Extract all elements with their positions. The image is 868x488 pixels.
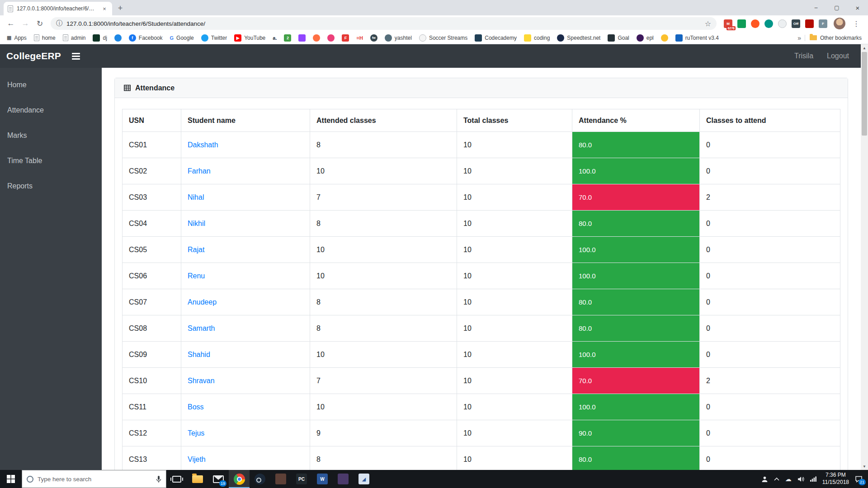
purple-app-taskbar-button[interactable] <box>333 470 354 488</box>
onedrive-cloud-icon[interactable]: ☁ <box>785 475 792 483</box>
fw-bookmark[interactable]: fw <box>367 33 381 43</box>
soccer-streams-bookmark[interactable]: Soccer Streams <box>416 33 471 43</box>
browser-tab[interactable]: 127.0.0.1:8000/info/teacher/6/St... × <box>4 2 112 15</box>
pink-bookmark[interactable] <box>324 33 338 43</box>
orange-bookmark[interactable] <box>310 33 323 43</box>
student-link[interactable]: Vijeth <box>188 455 206 463</box>
teal-extension-icon[interactable] <box>764 19 773 28</box>
h-bookmark[interactable]: =H <box>353 33 366 43</box>
hidden-icons-chevron-icon[interactable] <box>774 477 779 481</box>
red-f-bookmark[interactable]: F <box>339 33 352 43</box>
twitch-bookmark[interactable] <box>295 33 309 43</box>
taskbar-clock[interactable]: 7:36 PM 11/15/2018 <box>822 472 849 486</box>
reload-button[interactable]: ↻ <box>33 17 46 30</box>
address-bar[interactable]: ⓘ 127.0.0.1:8000/info/teacher/6/Students… <box>51 17 717 30</box>
rutorrent-bookmark[interactable]: ruTorrent v3.4 <box>672 33 722 43</box>
network-icon[interactable] <box>810 476 816 482</box>
goal-bookmark[interactable]: Goal <box>604 33 632 43</box>
green-2-bookmark[interactable]: 2 <box>281 33 294 43</box>
green-extension-icon[interactable] <box>737 19 746 28</box>
classes-to-attend-cell: 2 <box>700 184 840 211</box>
tab-close-icon[interactable]: × <box>101 5 108 12</box>
codecademy-bookmark[interactable]: Codecademy <box>472 33 520 43</box>
orange-extension-icon[interactable] <box>751 19 760 28</box>
url-text[interactable]: 127.0.0.1:8000/info/teacher/6/Students/a… <box>66 20 701 27</box>
photos-taskbar-button[interactable]: ◢ <box>354 470 374 488</box>
pycharm-taskbar-button[interactable]: PC <box>291 470 312 488</box>
scroll-down-arrow-icon[interactable]: ▼ <box>861 463 868 470</box>
pdf-extension-icon[interactable] <box>805 19 814 28</box>
attendance-pct-cell: 90.0 <box>572 420 700 446</box>
sidebar-item-attendance[interactable]: Attendance <box>0 98 102 123</box>
facebook-bookmark[interactable]: fFacebook <box>126 33 166 43</box>
dj-bookmark[interactable]: dj <box>90 33 110 43</box>
blue-bookmark[interactable] <box>111 33 125 43</box>
microphone-icon[interactable] <box>156 475 161 483</box>
other-bookmarks[interactable]: Other bookmarks <box>805 35 864 41</box>
forward-button[interactable]: → <box>19 17 32 30</box>
admin-bookmark[interactable]: admin <box>60 33 89 42</box>
student-link[interactable]: Shravan <box>188 377 215 385</box>
light-extension-icon[interactable] <box>778 19 787 28</box>
student-link[interactable]: Tejus <box>188 429 204 437</box>
mail-taskbar-button[interactable]: 19 <box>208 470 229 488</box>
window-minimize-button[interactable]: – <box>806 0 826 15</box>
sidebar-item-reports[interactable]: Reports <box>0 174 102 199</box>
twitter-bookmark[interactable]: Twitter <box>198 33 230 43</box>
bookmark-star-icon[interactable]: ☆ <box>705 19 711 28</box>
student-link[interactable]: Nihal <box>188 193 204 201</box>
youtube-bookmark[interactable]: ▶YouTube <box>231 33 269 43</box>
scroll-up-arrow-icon[interactable]: ▲ <box>861 44 868 52</box>
browser-menu-icon[interactable]: ⋮ <box>849 19 863 28</box>
gmail-notifier-extension-icon[interactable]: M6276 <box>724 19 732 28</box>
usn-cell: CS07 <box>123 289 181 315</box>
page-info-icon[interactable]: ⓘ <box>56 19 62 28</box>
student-link[interactable]: Rajat <box>188 246 204 253</box>
student-link[interactable]: Boss <box>188 403 204 411</box>
student-link[interactable]: Anudeep <box>188 298 217 306</box>
speedtest-bookmark-icon <box>557 34 564 42</box>
task-view-taskbar-button[interactable] <box>166 470 187 488</box>
steam-taskbar-button[interactable] <box>250 470 270 488</box>
hamburger-menu-icon[interactable] <box>72 53 80 60</box>
coding-bookmark[interactable]: coding <box>521 33 553 43</box>
yashtel-bookmark[interactable]: yashtel <box>382 33 415 43</box>
file-explorer-taskbar-button[interactable] <box>187 470 208 488</box>
logout-link[interactable]: Logout <box>827 52 849 60</box>
speedtest-bookmark[interactable]: Speedtest.net <box>554 33 604 43</box>
people-icon[interactable] <box>761 476 768 483</box>
volume-icon[interactable] <box>797 476 804 482</box>
student-link[interactable]: Dakshath <box>188 141 218 149</box>
profile-avatar[interactable] <box>834 18 845 29</box>
window-maximize-button[interactable]: ▢ <box>826 0 847 15</box>
epl-bookmark[interactable]: epl <box>633 33 657 43</box>
action-center-button[interactable]: 21 <box>855 476 863 483</box>
gray-extension-icon[interactable]: F <box>819 19 827 28</box>
taskbar-search-input[interactable]: Type here to search <box>22 470 166 488</box>
off-switch-extension-icon[interactable]: Off <box>792 19 800 28</box>
new-tab-button[interactable]: + <box>114 2 127 14</box>
yellow-bookmark[interactable] <box>658 33 671 43</box>
student-link[interactable]: Farhan <box>188 167 211 175</box>
sidebar-item-time-table[interactable]: Time Table <box>0 148 102 174</box>
student-link[interactable]: Shahid <box>188 351 210 358</box>
scrollbar-thumb[interactable] <box>862 52 867 136</box>
google-bookmark[interactable]: GGoogle <box>167 33 197 43</box>
amazon-bookmark[interactable]: a. <box>269 33 280 43</box>
app-brand[interactable]: CollegeERP <box>6 51 61 61</box>
home-bookmark[interactable]: home <box>31 33 59 42</box>
student-link[interactable]: Samarth <box>188 324 215 332</box>
sidebar-item-marks[interactable]: Marks <box>0 123 102 148</box>
apps-shortcut[interactable]: ▦ Apps <box>4 33 30 43</box>
start-button[interactable] <box>0 470 22 488</box>
student-link[interactable]: Renu <box>188 272 205 280</box>
window-close-button[interactable]: × <box>847 0 868 15</box>
chrome-taskbar-button[interactable] <box>229 470 250 488</box>
back-button[interactable]: ← <box>5 17 17 30</box>
bookmarks-overflow-icon[interactable]: » <box>794 34 805 42</box>
word-taskbar-button[interactable]: W <box>312 470 333 488</box>
sidebar-item-home[interactable]: Home <box>0 72 102 98</box>
amber-app-taskbar-button[interactable] <box>270 470 291 488</box>
user-link[interactable]: Trisila <box>794 52 813 60</box>
student-link[interactable]: Nikhil <box>188 220 205 227</box>
